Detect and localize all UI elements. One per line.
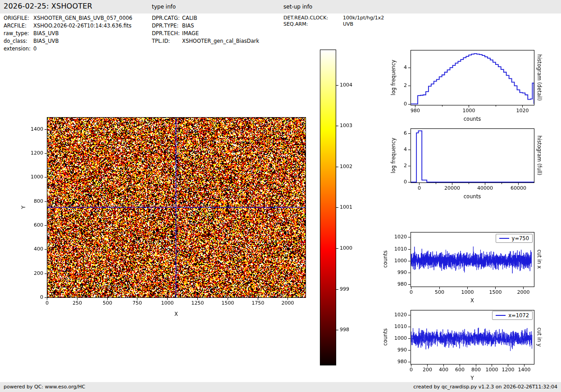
- cut-x-right-label: cut in x: [536, 250, 543, 269]
- cut-x-yaxis-label: counts: [382, 251, 388, 268]
- cut-y-xaxis-label: Y: [470, 375, 474, 381]
- hist-full-xaxis-label: counts: [464, 193, 481, 200]
- cut-x-legend: y=750: [496, 234, 533, 243]
- hist-full-right-label: histogram (full): [536, 136, 543, 176]
- hist-detail-xaxis-label: counts: [464, 116, 481, 122]
- hist-detail-right-label: histogram (detail): [536, 54, 543, 100]
- cut-y-legend-label: x=1072: [508, 312, 529, 319]
- cut-x-legend-label: y=750: [512, 235, 529, 242]
- legend-line-sample-icon: [499, 238, 509, 239]
- main-xaxis-label: X: [174, 311, 178, 317]
- hist-detail-yaxis-label: log frequency: [390, 60, 397, 96]
- main-yaxis-label: Y: [20, 205, 27, 209]
- hist-full-yaxis-label: log frequency: [390, 138, 397, 173]
- cut-y-legend: x=1072: [492, 311, 533, 320]
- qc-report-page: 2026-02-25: XSHOOTER type info set-up in…: [0, 0, 561, 392]
- footer-right-text: created by qc_rawdisp.py v1.2.3 on 2026-…: [413, 384, 557, 390]
- cut-x-xaxis-label: X: [470, 297, 474, 304]
- cut-y-right-label: cut in y: [536, 328, 543, 347]
- legend-line-sample-icon: [496, 315, 506, 316]
- footer-left-text: powered by QC: www.eso.org/HC: [4, 384, 85, 390]
- cut-y-yaxis-label: counts: [382, 328, 388, 346]
